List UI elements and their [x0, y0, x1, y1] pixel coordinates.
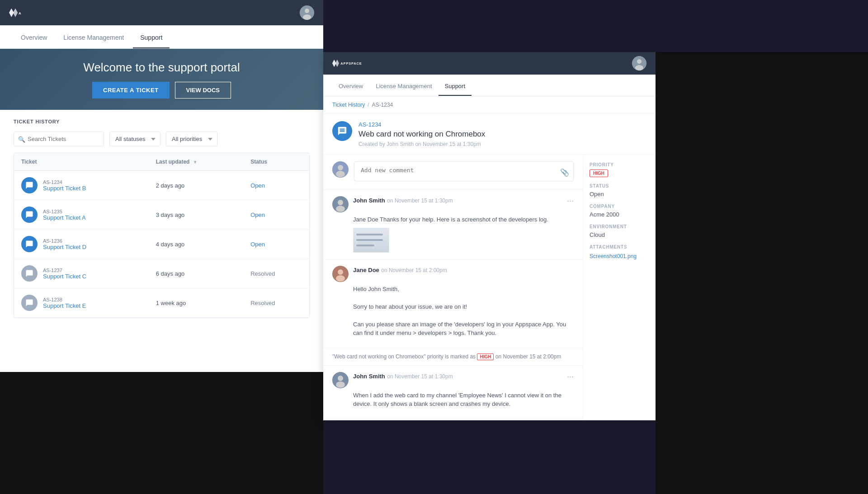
svg-text:APPSPACE: APPSPACE [340, 61, 362, 66]
tickets-table-container: Ticket Last updated ▼ Status [14, 153, 310, 318]
right-tab-license[interactable]: License Management [369, 83, 438, 96]
priority-badge: HIGH [590, 169, 608, 177]
ticket-row-icon-1 [21, 207, 38, 223]
table-row[interactable]: AS-1237 Support Ticket C 6 days ago Reso… [14, 259, 309, 288]
tab-overview[interactable]: Overview [14, 34, 54, 48]
status-label: STATUS [590, 183, 649, 188]
current-user-avatar [332, 161, 349, 178]
search-icon: 🔍 [18, 136, 25, 142]
ticket-name-2[interactable]: Support Ticket D [43, 244, 86, 250]
ticket-id-name-4: AS-1238 Support Ticket E [43, 297, 86, 309]
ticket-updated-4: 1 week ago [149, 288, 244, 318]
hero-buttons: CREATE A TICKET VIEW DOCS [92, 82, 231, 99]
table-row[interactable]: AS-1236 Support Ticket D 4 days ago Open [14, 230, 309, 259]
tickets-table: Ticket Last updated ▼ Status [14, 153, 309, 318]
environment-label: ENVIRONMENT [590, 224, 649, 229]
right-logo: APPSPACE [332, 59, 377, 68]
ticket-id-0: AS-1234 [43, 179, 86, 185]
comment-text-2: Hello John Smith,Sorry to hear about you… [353, 285, 574, 338]
status-filter[interactable]: All statuses [109, 132, 160, 146]
svg-point-13 [338, 165, 343, 170]
search-input[interactable] [14, 132, 104, 146]
comment-header-2: Jane Doe on November 15 at 2:00pm [332, 266, 574, 282]
svg-marker-7 [335, 60, 339, 67]
ticket-updated-2: 4 days ago [149, 230, 244, 259]
svg-point-14 [336, 171, 345, 177]
comment-input[interactable] [354, 161, 574, 181]
comments-area: 📎 John Smith on November 15 at [323, 155, 583, 420]
attachment-icon[interactable]: 📎 [560, 168, 569, 177]
ticket-id-name-0: AS-1234 Support Ticket B [43, 179, 86, 192]
section-title: TICKET HISTORY [14, 119, 310, 124]
svg-point-20 [336, 275, 345, 282]
ticket-row-icon-3 [21, 265, 38, 282]
svg-point-10 [637, 59, 642, 64]
svg-point-4 [305, 9, 309, 13]
attachments-label: ATTACHMENTS [590, 245, 649, 249]
col-last-updated[interactable]: Last updated ▼ [149, 153, 244, 171]
priority-value: HIGH [590, 169, 649, 177]
ticket-detail-icon [332, 121, 352, 141]
right-tabs-bar: Overview License Management Support [323, 75, 656, 96]
black-right-area [656, 52, 868, 494]
tab-license-management[interactable]: License Management [56, 34, 131, 48]
col-status: Status [243, 153, 309, 171]
appspace-logo-icon: APPSPACE [9, 8, 22, 17]
user-avatar-left[interactable] [300, 5, 314, 20]
col-ticket: Ticket [14, 153, 149, 171]
user-avatar-right[interactable] [632, 56, 646, 71]
left-top-nav: APPSPACE [0, 0, 323, 25]
tab-support[interactable]: Support [133, 34, 170, 48]
activity-time: on November 15 at 2:00pm [495, 353, 561, 360]
comment-text-1: Jane Doe Thanks for your help. Here is a… [353, 215, 574, 224]
priority-filter[interactable]: All priorities [166, 132, 217, 146]
comment-more-1[interactable]: ··· [567, 196, 574, 206]
comment-author-2: Jane Doe [353, 267, 379, 273]
comment-body-1: Jane Doe Thanks for your help. Here is a… [353, 215, 574, 253]
screenshot-line [356, 245, 374, 246]
comment-input-wrap: 📎 [354, 161, 574, 183]
activity-badge-high: HIGH [477, 353, 494, 360]
filters-row: 🔍 All statuses All priorities [14, 132, 310, 146]
comment-author-1: John Smith [353, 197, 385, 204]
comment-item-3: John Smith on November 15 at 1:30pm ··· … [323, 366, 583, 419]
comment-body-3: When I add the web card to my channel 'E… [353, 391, 574, 409]
comment-more-3[interactable]: ··· [567, 372, 574, 381]
environment-value: Cloud [590, 231, 649, 238]
view-docs-button[interactable]: VIEW DOCS [175, 82, 231, 99]
create-ticket-button[interactable]: CREATE A TICKET [92, 82, 170, 99]
breadcrumb-parent[interactable]: Ticket History [332, 102, 365, 108]
ticket-name-1[interactable]: Support Ticket A [43, 214, 86, 221]
ticket-status-4: Resolved [243, 288, 309, 318]
comment-avatar-2 [332, 266, 349, 282]
ticket-history-section: TICKET HISTORY 🔍 All statuses All priori… [0, 110, 323, 318]
ticket-updated-0: 2 days ago [149, 171, 244, 200]
ticket-name-4[interactable]: Support Ticket E [43, 302, 86, 309]
table-row[interactable]: AS-1235 Support Ticket A 3 days ago Open [14, 200, 309, 230]
ticket-name-3[interactable]: Support Ticket C [43, 273, 86, 280]
ticket-cell-1: AS-1235 Support Ticket A [21, 207, 142, 223]
right-logo-icon: APPSPACE [332, 59, 377, 68]
right-tab-overview[interactable]: Overview [332, 83, 369, 96]
svg-point-22 [338, 376, 343, 381]
table-row[interactable]: AS-1238 Support Ticket E 1 week ago Reso… [14, 288, 309, 318]
ticket-id-4: AS-1238 [43, 297, 86, 302]
svg-text:APPSPACE: APPSPACE [19, 11, 22, 15]
sidebar-info: PRIORITY HIGH STATUS Open COMPANY Acme 2… [583, 155, 656, 420]
ticket-id-2: AS-1236 [43, 238, 86, 244]
right-tab-support[interactable]: Support [439, 83, 472, 96]
black-bottom-area [0, 372, 323, 494]
logo: APPSPACE [9, 8, 22, 17]
table-row[interactable]: AS-1234 Support Ticket B 2 days ago Open [14, 171, 309, 200]
ticket-id-3: AS-1237 [43, 268, 86, 273]
ticket-status-0: Open [243, 171, 309, 200]
ticket-name-0[interactable]: Support Ticket B [43, 185, 86, 192]
comment-text-3: When I add the web card to my channel 'E… [353, 391, 574, 409]
attachment-file-link[interactable]: Screenshot001.png [590, 253, 637, 259]
svg-point-17 [336, 206, 345, 212]
ticket-cell-3: AS-1237 Support Ticket C [21, 265, 142, 282]
right-top-nav: APPSPACE [323, 52, 656, 75]
ticket-id-name-3: AS-1237 Support Ticket C [43, 268, 86, 280]
svg-marker-1 [13, 8, 18, 17]
comment-header-1: John Smith on November 15 at 1:30pm ··· [332, 196, 574, 212]
